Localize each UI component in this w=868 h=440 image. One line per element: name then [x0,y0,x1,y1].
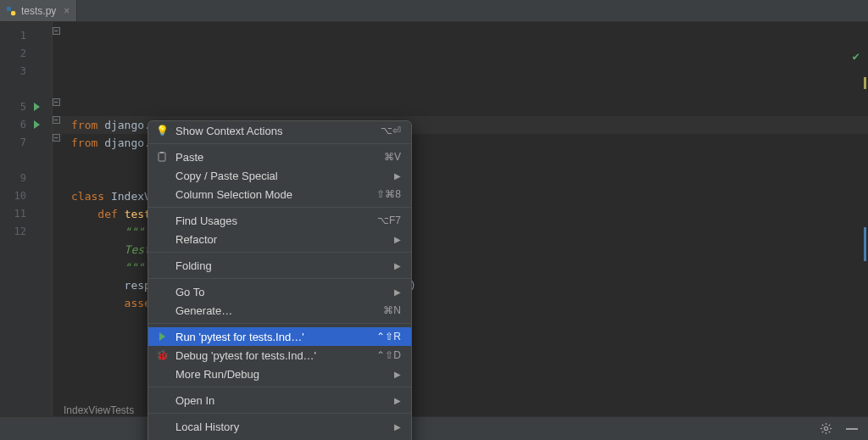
editor: 1 2 3 5 6 7 9 10 11 12 − − − − from djan… [0,22,868,416]
hide-toolwindow-icon[interactable] [846,428,858,430]
svg-line-10 [822,432,824,433]
line-number[interactable] [0,152,52,170]
svg-rect-11 [159,153,165,161]
menu-shortcut: ⌥F7 [377,214,401,226]
submenu-arrow-icon: ▶ [394,287,401,297]
submenu-arrow-icon: ▶ [394,261,401,270]
close-tab-icon[interactable]: × [64,5,70,17]
menu-separator [148,278,411,279]
submenu-arrow-icon: ▶ [394,396,401,405]
run-gutter-icon[interactable] [34,120,40,129]
menu-shortcut: ⇧⌘8 [376,188,401,200]
svg-rect-0 [7,6,11,10]
code-token: asse [71,297,151,309]
inspection-ok-icon[interactable]: ✔ [853,49,860,63]
code-token: def [71,208,125,220]
line-number[interactable] [0,81,52,98]
gutter: 1 2 3 5 6 7 9 10 11 12 [0,22,53,416]
menu-label: Debug 'pytest for tests.Ind…' [175,349,370,362]
bulb-icon: 💡 [155,125,169,136]
menu-label: Run 'pytest for tests.Ind…' [175,331,370,343]
run-gutter-icon[interactable] [34,103,40,111]
code-token: resp [71,279,151,292]
submenu-arrow-icon: ▶ [394,171,401,181]
menu-label: Generate… [175,304,376,317]
menu-item-find-usages[interactable]: Find Usages ⌥F7 [148,211,411,230]
line-number[interactable]: 2 [0,45,52,63]
bug-icon: 🐞 [155,349,169,361]
menu-shortcut: ⌃⇧R [376,331,401,343]
menu-label: Paste [175,151,377,164]
menu-shortcut: ⌘N [383,304,401,316]
menu-item-more-run-debug[interactable]: More Run/Debug ▶ [148,365,411,383]
menu-item-folding[interactable]: Folding ▶ [148,256,411,275]
menu-label: Copy / Paste Special [175,170,387,182]
menu-item-open-in[interactable]: Open In ▶ [148,391,411,409]
menu-label: Local History [175,421,387,433]
marker-stripe[interactable] [864,227,866,261]
menu-label: Find Usages [175,214,370,227]
code-token: """ [71,261,151,274]
menu-shortcut: ⌥⏎ [381,125,401,136]
fold-icon[interactable]: − [53,27,60,35]
menu-item-goto[interactable]: Go To ▶ [148,282,411,301]
svg-line-7 [822,425,824,426]
menu-item-git[interactable]: Git ▶ [148,436,411,440]
tab-filename: tests.py [21,5,56,17]
menu-label: Open In [175,394,387,407]
submenu-arrow-icon: ▶ [394,370,401,379]
svg-line-9 [829,425,831,426]
line-number[interactable]: 10 [0,187,52,205]
menu-separator [148,207,411,208]
svg-rect-1 [11,11,15,15]
line-number[interactable]: 3 [0,63,52,81]
menu-item-generate[interactable]: Generate… ⌘N [148,301,411,320]
breadcrumb[interactable]: IndexViewTests [64,404,134,416]
menu-item-column-selection[interactable]: Column Selection Mode ⇧⌘8 [148,185,411,203]
python-file-icon [5,5,17,17]
code-token: """ [71,226,144,238]
menu-item-paste[interactable]: Paste ⌘V [148,148,411,166]
svg-point-2 [824,426,827,430]
line-number[interactable]: 5 [0,98,52,116]
menu-item-refactor[interactable]: Refactor ▶ [148,230,411,248]
menu-label: More Run/Debug [175,368,387,381]
line-number[interactable]: 1 [0,27,52,45]
svg-line-8 [829,432,831,433]
editor-tab-tests[interactable]: tests.py × [0,0,77,21]
status-bar [0,416,868,440]
menu-separator [148,252,411,253]
fold-icon[interactable]: − [53,116,60,124]
menu-item-local-history[interactable]: Local History ▶ [148,417,411,436]
marker-stripe[interactable] [864,77,866,89]
paste-icon [155,152,169,162]
submenu-arrow-icon: ▶ [394,422,401,432]
menu-label: Show Context Actions [175,125,374,137]
line-number[interactable]: 11 [0,205,52,223]
menu-item-show-context-actions[interactable]: 💡 Show Context Actions ⌥⏎ [148,121,411,140]
tab-bar: tests.py × [0,0,868,22]
gear-icon[interactable] [820,422,832,435]
line-number[interactable]: 9 [0,170,52,187]
svg-rect-12 [160,152,164,153]
code-token: from [71,136,97,149]
context-menu: 💡 Show Context Actions ⌥⏎ Paste ⌘V Copy … [147,120,412,440]
line-number[interactable]: 12 [0,223,52,241]
menu-separator [148,387,411,387]
menu-item-run-pytest[interactable]: Run 'pytest for tests.Ind…' ⌃⇧R [148,327,411,346]
code-token: class [71,190,111,203]
menu-label: Go To [175,286,387,298]
menu-label: Column Selection Mode [175,188,370,201]
menu-label: Refactor [175,233,387,246]
menu-item-debug-pytest[interactable]: 🐞 Debug 'pytest for tests.Ind…' ⌃⇧D [148,346,411,365]
menu-separator [148,323,411,324]
fold-icon[interactable]: − [53,98,60,106]
line-number[interactable]: 6 [0,116,52,134]
menu-shortcut: ⌘V [384,151,401,163]
fold-icon[interactable]: − [53,134,60,142]
run-icon [155,332,169,341]
menu-item-copy-paste-special[interactable]: Copy / Paste Special ▶ [148,166,411,185]
submenu-arrow-icon: ▶ [394,235,401,244]
line-number[interactable]: 7 [0,134,52,152]
menu-label: Folding [175,259,387,272]
